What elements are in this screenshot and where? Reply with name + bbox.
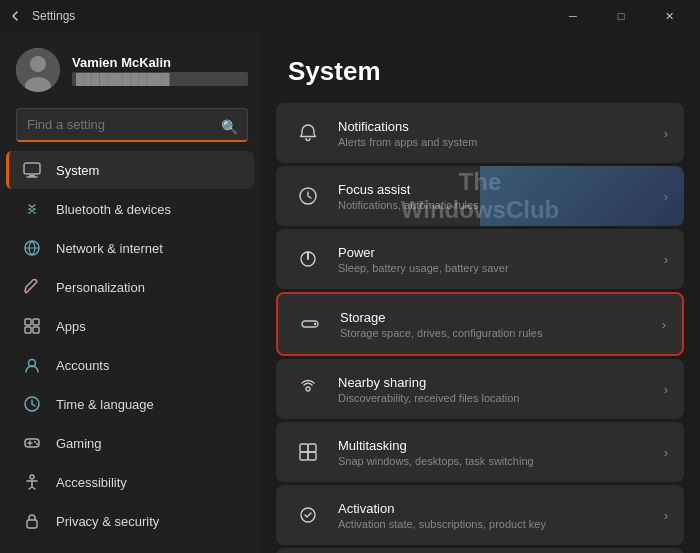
settings-item-desc-multitasking: Snap windows, desktops, task switching [338,455,664,467]
nav-list: System Bluetooth & devices Network & int… [0,150,260,553]
sidebar-item-apps[interactable]: Apps [6,307,254,345]
chevron-icon-multitasking: › [664,445,668,460]
svg-point-23 [314,323,316,325]
avatar-image [16,48,60,92]
sidebar-item-update[interactable]: Windows Update [6,541,254,553]
settings-list: Notifications Alerts from apps and syste… [260,103,700,553]
svg-rect-27 [308,452,316,460]
sidebar-item-label-personalization: Personalization [56,280,145,295]
back-icon[interactable] [8,8,24,24]
settings-item-desc-activation: Activation state, subscriptions, product… [338,518,664,530]
maximize-button[interactable]: □ [598,0,644,32]
search-input[interactable] [16,108,248,142]
time-icon [22,394,42,414]
settings-item-desc-storage: Storage space, drives, configuration rul… [340,327,662,339]
profile-name: Vamien McKalin [72,55,248,70]
svg-point-1 [30,56,46,72]
settings-item-desc-focus: Notifications, automatic rules [338,199,664,211]
minimize-button[interactable]: ─ [550,0,596,32]
settings-item-focus[interactable]: Focus assist Notifications, automatic ru… [276,166,684,226]
titlebar-controls: ─ □ ✕ [550,0,692,32]
settings-item-storage[interactable]: Storage Storage space, drives, configura… [276,292,684,356]
sidebar-item-gaming[interactable]: Gaming [6,424,254,462]
apps-icon [22,316,42,336]
profile-info: Vamien McKalin ████████████ [72,55,248,86]
chevron-icon-notifications: › [664,126,668,141]
titlebar: Settings ─ □ ✕ [0,0,700,32]
sidebar-item-label-gaming: Gaming [56,436,102,451]
chevron-icon-activation: › [664,508,668,523]
settings-item-activation[interactable]: Activation Activation state, subscriptio… [276,485,684,545]
sidebar-item-label-bluetooth: Bluetooth & devices [56,202,171,217]
activation-settings-icon [292,499,324,531]
svg-point-18 [30,475,34,479]
page-title: System [288,56,672,87]
sidebar-item-privacy[interactable]: Privacy & security [6,502,254,540]
multitasking-settings-icon [292,436,324,468]
settings-item-title-power: Power [338,245,664,260]
svg-rect-26 [300,452,308,460]
network-icon [22,238,42,258]
settings-item-desc-power: Sleep, battery usage, battery saver [338,262,664,274]
bluetooth-icon [22,199,42,219]
settings-item-troubleshoot[interactable]: Troubleshoot Recommended troubleshooters… [276,548,684,553]
settings-item-content-storage: Storage Storage space, drives, configura… [340,310,662,339]
svg-rect-3 [24,163,40,174]
svg-point-17 [36,443,38,445]
search-container: 🔍 [0,104,260,150]
system-icon [22,160,42,180]
app-body: Vamien McKalin ████████████ 🔍 System Blu… [0,32,700,553]
profile-section[interactable]: Vamien McKalin ████████████ [0,32,260,104]
avatar [16,48,60,92]
sidebar-item-personalization[interactable]: Personalization [6,268,254,306]
titlebar-left: Settings [8,8,75,24]
chevron-icon-focus: › [664,189,668,204]
svg-point-16 [34,441,36,443]
sidebar-item-label-time: Time & language [56,397,154,412]
power-settings-icon [292,243,324,275]
settings-item-power[interactable]: Power Sleep, battery usage, battery save… [276,229,684,289]
svg-rect-8 [33,319,39,325]
gaming-icon [22,433,42,453]
sidebar-item-time[interactable]: Time & language [6,385,254,423]
chevron-icon-storage: › [662,317,666,332]
close-button[interactable]: ✕ [646,0,692,32]
sidebar-item-label-privacy: Privacy & security [56,514,159,529]
accounts-icon [22,355,42,375]
sidebar-item-label-accounts: Accounts [56,358,109,373]
accessibility-icon [22,472,42,492]
chevron-icon-power: › [664,252,668,267]
settings-item-content-focus: Focus assist Notifications, automatic ru… [338,182,664,211]
svg-rect-9 [25,327,31,333]
sidebar-item-accounts[interactable]: Accounts [6,346,254,384]
sidebar-item-label-system: System [56,163,99,178]
focus-settings-icon [292,180,324,212]
notifications-settings-icon [292,117,324,149]
main-header: System [260,32,700,103]
main-content: System Notifications Alerts from apps an… [260,32,700,553]
sidebar-item-bluetooth[interactable]: Bluetooth & devices [6,190,254,228]
sidebar-item-label-network: Network & internet [56,241,163,256]
sidebar-item-network[interactable]: Network & internet [6,229,254,267]
sidebar-item-label-apps: Apps [56,319,86,334]
settings-item-title-nearby: Nearby sharing [338,375,664,390]
settings-item-nearby[interactable]: Nearby sharing Discoverability, received… [276,359,684,419]
settings-item-title-notifications: Notifications [338,119,664,134]
sidebar: Vamien McKalin ████████████ 🔍 System Blu… [0,32,260,553]
storage-settings-icon [294,308,326,340]
settings-item-multitasking[interactable]: Multitasking Snap windows, desktops, tas… [276,422,684,482]
settings-item-title-activation: Activation [338,501,664,516]
settings-item-content-notifications: Notifications Alerts from apps and syste… [338,119,664,148]
profile-email: ████████████ [72,72,248,86]
chevron-icon-nearby: › [664,382,668,397]
sidebar-item-accessibility[interactable]: Accessibility [6,463,254,501]
nearby-settings-icon [292,373,324,405]
personalization-icon [22,277,42,297]
search-icon: 🔍 [221,119,238,135]
sidebar-item-label-accessibility: Accessibility [56,475,127,490]
settings-item-notifications[interactable]: Notifications Alerts from apps and syste… [276,103,684,163]
settings-item-content-multitasking: Multitasking Snap windows, desktops, tas… [338,438,664,467]
sidebar-item-system[interactable]: System [6,151,254,189]
svg-rect-7 [25,319,31,325]
settings-item-content-nearby: Nearby sharing Discoverability, received… [338,375,664,404]
